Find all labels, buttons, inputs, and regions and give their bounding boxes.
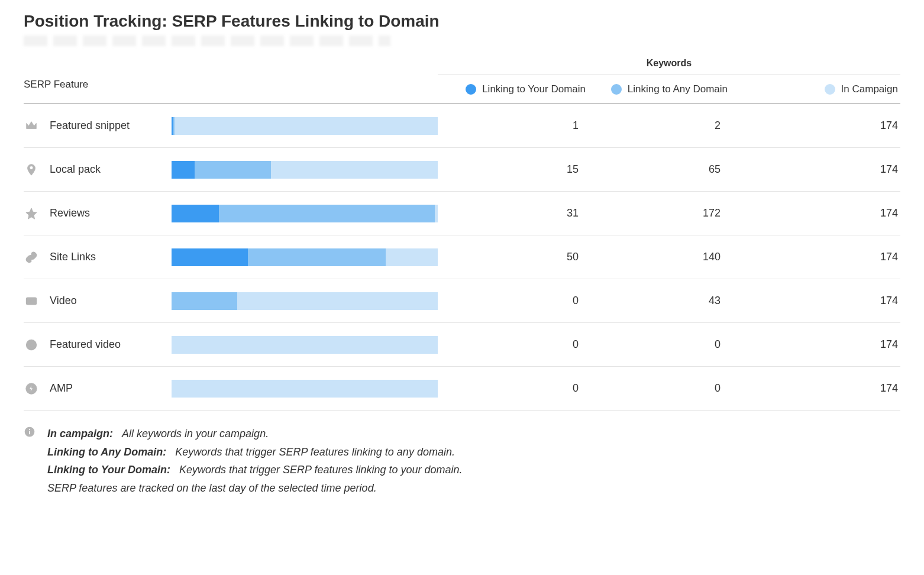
value-your-domain: 15 xyxy=(438,163,592,176)
feature-name: Video xyxy=(50,295,172,307)
table-row[interactable]: Local pack1565174 xyxy=(24,148,900,192)
bar-your-domain xyxy=(172,161,195,179)
feature-name: AMP xyxy=(50,382,172,395)
row-values: 31172174 xyxy=(438,207,900,219)
row-values: 043174 xyxy=(438,295,900,307)
table-header: SERP Feature Keywords Linking to Your Do… xyxy=(24,58,900,104)
value-in-campaign: 174 xyxy=(734,382,900,395)
bar-your-domain xyxy=(172,117,173,135)
bar-chart xyxy=(172,161,438,179)
svg-point-5 xyxy=(29,429,30,430)
bar-in-campaign xyxy=(172,161,438,179)
bar-chart xyxy=(172,380,438,398)
table-row[interactable]: AMP00174 xyxy=(24,367,900,411)
value-your-domain: 1 xyxy=(438,119,592,132)
crown-icon xyxy=(24,119,50,133)
link-icon xyxy=(24,251,50,264)
value-any-domain: 140 xyxy=(592,251,734,263)
table-row[interactable]: Site Links50140174 xyxy=(24,235,900,279)
amp-icon xyxy=(24,382,50,395)
bar-chart xyxy=(172,248,438,266)
legend-your-label: Linking to Your Domain xyxy=(482,83,586,95)
table-row[interactable]: Featured video00174 xyxy=(24,323,900,367)
footer-in-campaign: In campaign: All keywords in your campai… xyxy=(47,425,463,443)
legend-in-campaign[interactable]: In Campaign xyxy=(734,83,900,95)
value-in-campaign: 174 xyxy=(734,251,900,263)
legend-your-domain[interactable]: Linking to Your Domain xyxy=(438,83,592,95)
footer-any-domain: Linking to Any Domain: Keywords that tri… xyxy=(47,443,463,461)
bar-your-domain xyxy=(172,248,248,266)
star-icon xyxy=(24,207,50,220)
feature-name: Local pack xyxy=(50,163,172,176)
row-values: 1565174 xyxy=(438,163,900,176)
swatch-any-icon xyxy=(611,84,622,95)
feature-name: Featured snippet xyxy=(50,119,172,132)
bar-in-campaign xyxy=(172,248,438,266)
table-row[interactable]: Video043174 xyxy=(24,279,900,323)
bar-chart xyxy=(172,117,438,135)
subtitle-redacted xyxy=(24,35,390,46)
footer-your-domain: Linking to Your Domain: Keywords that tr… xyxy=(47,461,463,479)
value-in-campaign: 174 xyxy=(734,119,900,132)
swatch-camp-icon xyxy=(825,84,835,95)
row-values: 50140174 xyxy=(438,251,900,263)
bar-chart xyxy=(172,292,438,310)
playcirc-icon xyxy=(24,338,50,351)
value-any-domain: 0 xyxy=(592,382,734,395)
value-any-domain: 0 xyxy=(592,338,734,351)
legend-any-label: Linking to Any Domain xyxy=(628,83,728,95)
feature-name: Site Links xyxy=(50,251,172,263)
value-in-campaign: 174 xyxy=(734,295,900,307)
value-in-campaign: 174 xyxy=(734,163,900,176)
header-serp-feature: SERP Feature xyxy=(24,79,438,104)
bar-in-campaign xyxy=(172,117,438,135)
value-your-domain: 50 xyxy=(438,251,592,263)
table-row[interactable]: Reviews31172174 xyxy=(24,192,900,235)
value-your-domain: 0 xyxy=(438,295,592,307)
feature-name: Reviews xyxy=(50,207,172,219)
bar-chart xyxy=(172,336,438,354)
legend-any-domain[interactable]: Linking to Any Domain xyxy=(592,83,734,95)
feature-name: Featured video xyxy=(50,338,172,351)
value-in-campaign: 174 xyxy=(734,338,900,351)
bar-in-campaign xyxy=(172,292,438,310)
header-keywords: Keywords xyxy=(438,58,900,75)
value-any-domain: 2 xyxy=(592,119,734,132)
value-your-domain: 0 xyxy=(438,338,592,351)
legend: Linking to Your Domain Linking to Any Do… xyxy=(438,75,900,104)
bar-in-campaign xyxy=(172,336,438,354)
legend-camp-label: In Campaign xyxy=(841,83,898,95)
value-in-campaign: 174 xyxy=(734,207,900,219)
bar-your-domain xyxy=(172,205,219,222)
value-any-domain: 43 xyxy=(592,295,734,307)
swatch-your-icon xyxy=(466,84,476,95)
bar-in-campaign xyxy=(172,380,438,398)
serp-features-table: SERP Feature Keywords Linking to Your Do… xyxy=(24,58,900,411)
svg-rect-4 xyxy=(29,431,30,434)
video-icon xyxy=(24,295,50,308)
footer: In campaign: All keywords in your campai… xyxy=(24,425,900,497)
value-any-domain: 172 xyxy=(592,207,734,219)
value-your-domain: 0 xyxy=(438,382,592,395)
value-any-domain: 65 xyxy=(592,163,734,176)
value-your-domain: 31 xyxy=(438,207,592,219)
page-title: Position Tracking: SERP Features Linking… xyxy=(24,12,900,31)
info-icon xyxy=(24,425,37,497)
bar-any-domain xyxy=(172,292,237,310)
bar-chart xyxy=(172,205,438,222)
table-row[interactable]: Featured snippet12174 xyxy=(24,104,900,148)
pin-icon xyxy=(24,163,50,176)
bar-in-campaign xyxy=(172,205,438,222)
row-values: 00174 xyxy=(438,382,900,395)
footer-note: SERP features are tracked on the last da… xyxy=(47,479,463,498)
row-values: 00174 xyxy=(438,338,900,351)
row-values: 12174 xyxy=(438,119,900,132)
